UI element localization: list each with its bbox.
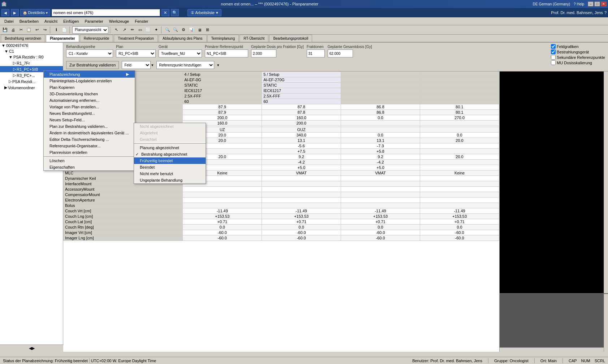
tb-arrow2[interactable]: ↗ [121, 26, 128, 34]
forward-button[interactable]: ▶ [11, 9, 19, 16]
plan-select[interactable]: R1_PC+SIB [116, 49, 156, 57]
sub-nicht-mehr-benutzt[interactable]: Nicht mehr benutzt [134, 170, 206, 177]
dosis-input[interactable] [251, 49, 276, 57]
menu-fenster[interactable]: Fenster [132, 18, 151, 24]
menu-einfuegen[interactable]: Einfügen [60, 18, 82, 24]
tb-copy[interactable]: 📋 [25, 26, 33, 34]
tree-r1-7fr[interactable]: ▷ R1_7Fr [0, 60, 63, 66]
arbeitsliste-button[interactable]: ① Arbeitsliste ▾ [187, 9, 221, 16]
ctx-neues-feld[interactable]: Neues Bestrahlungsfeld... [44, 110, 135, 117]
menu-ansicht[interactable]: Ansicht [42, 18, 60, 24]
fraktionen-input[interactable] [307, 49, 325, 57]
arbeitsliste-label: ① Arbeitsliste [191, 10, 215, 15]
tab-ablaufplanung[interactable]: Ablaufplanung des Plans [159, 35, 207, 42]
minimize-button[interactable]: – [588, 1, 594, 6]
ctx-plan-validieren[interactable]: Plan zur Bestrahlung validieren... [44, 123, 135, 130]
tb-zoom-in[interactable]: 🔍 [164, 26, 171, 34]
sub-bestrahlung-abgezeichnet[interactable]: ✓ Bestrahlung abgezeichnet [134, 151, 206, 157]
tb-info[interactable]: ℹ [53, 26, 60, 34]
sub-beendet[interactable]: Beendet [134, 164, 206, 170]
primaerer-ref-input[interactable] [205, 49, 248, 57]
tb-square[interactable]: ⬜ [145, 26, 152, 34]
tab-treatment-preparation[interactable]: Treatment Preparation [114, 35, 158, 42]
tree-c1[interactable]: ▼ C1 [0, 48, 63, 54]
tree-root[interactable]: ▼ 0002497476 [0, 43, 63, 48]
ctx-3d-dosis[interactable]: 3D-Dosisverteilung löschen [44, 91, 135, 97]
geraet-select[interactable]: TrueBeam_NU [159, 49, 202, 57]
titlebar-title: nomen est omen... – *** (0002497476) - P… [7, 2, 533, 6]
plan-kopieren-label: Plan Kopieren [49, 85, 74, 90]
tab-referenzpunkte[interactable]: Referenzpunkte [80, 35, 113, 42]
feldgrafiken-checkbox[interactable] [551, 44, 556, 49]
tb-cut[interactable]: ✂ [17, 26, 25, 34]
tb-rect[interactable]: ▭ [137, 26, 144, 34]
sekundaere-checkbox[interactable] [551, 55, 556, 60]
tb-undo[interactable]: ↩ [33, 26, 40, 34]
maximize-button[interactable]: □ [594, 1, 600, 6]
tb-monitor[interactable]: 🖥 [196, 26, 203, 34]
col-subheader-id4 [420, 77, 499, 83]
address-bar[interactable]: nomen est omen (476) [52, 9, 160, 16]
tab-bestrahlung-verordnen[interactable]: Bestrahlung verordnen [1, 35, 45, 42]
menu-parameter[interactable]: Parameter [82, 18, 106, 24]
tb-zoom-out[interactable]: 🔍 [172, 26, 179, 34]
tb-grid[interactable]: ⊞ [204, 26, 211, 34]
help-label[interactable]: ? Help [574, 2, 584, 6]
menu-datei[interactable]: Datei [1, 18, 17, 24]
tree-resize-handle[interactable]: ◀▶ [0, 344, 63, 352]
tb-new[interactable]: 📄 [61, 26, 68, 34]
ctx-planintegrity[interactable]: Planintegritats-Logdateien erstellen [44, 78, 135, 84]
ctx-planrevision[interactable]: Planrevision erstellen [44, 149, 135, 156]
tree-psa-rezidiv[interactable]: ▼ PSA Rezidiv : R0 [0, 54, 63, 60]
validate-button[interactable]: Zur Bestrahlung validieren [66, 61, 119, 69]
tab-planparameter[interactable]: Planparameter [46, 35, 79, 42]
ctx-referenzpunkt[interactable]: Referenzpunkt-Organisator... [44, 143, 135, 149]
iec-c3 [341, 88, 420, 94]
tb-arrow[interactable]: ↖ [113, 26, 120, 34]
ctx-editor-delta[interactable]: Editor Delta-Tischverschiebung ... [44, 136, 135, 143]
ref-hinzufuegen-select[interactable]: Referenzpunkt hinzufügen [156, 61, 214, 69]
sub-planung-abgezeichnet[interactable]: Planung abgezeichnet [134, 144, 206, 151]
x2-c4 [420, 149, 499, 154]
tb-sep2 [69, 26, 71, 34]
behandlungsreihe-select[interactable]: C1 - Kurativ [66, 49, 113, 57]
tb-chart[interactable]: 📊 [188, 26, 195, 34]
back-button[interactable]: ◀ [1, 9, 9, 16]
feld-select[interactable]: Feld [122, 61, 151, 69]
tab-terminplanung[interactable]: Terminplanung [207, 35, 239, 42]
help-nav-icon[interactable]: ? [604, 10, 607, 15]
sub-fruehzeitig-beendet[interactable]: Frühzeitig beendet [134, 157, 206, 164]
tb-gear[interactable]: ⚙ [180, 26, 187, 34]
tab-rt-uebersicht[interactable]: RT-Übersicht [240, 35, 268, 42]
ctx-automatisierung[interactable]: Automatisierung entfernen... [44, 97, 135, 104]
tb-save[interactable]: 💾 [1, 26, 9, 34]
imagerlng-c2: -60.0 [262, 235, 341, 241]
ctx-loeschen[interactable]: Löschen [44, 157, 135, 164]
scrollbar-right-top[interactable] [604, 72, 608, 293]
close-button[interactable]: ✕ [601, 1, 607, 6]
row3-c1: 200.0 [183, 115, 262, 121]
ctx-aendern[interactable]: Ändern in dosimetrisch äquivalentes Gerä… [44, 130, 135, 136]
menu-werkzeuge[interactable]: Werkzeuge [106, 18, 132, 24]
tb-print[interactable]: 🖨 [9, 26, 17, 34]
view-selector[interactable]: Planungsansicht [72, 26, 108, 34]
gesamt-dosis-input[interactable] [328, 49, 353, 57]
tb-redo[interactable]: ↪ [41, 26, 48, 34]
ctx-planabzeichnung[interactable]: Planabzeichnung ▶ [44, 71, 135, 78]
search-button[interactable]: 🔍 [171, 9, 179, 16]
home-button[interactable]: 🏠 Direktlinks ▾ [20, 9, 50, 16]
tab-bearbeitungsprotokoll[interactable]: Bearbeitungsprotokoll [269, 35, 312, 42]
ctx-eigenschaften[interactable]: Eigenschaften [44, 164, 135, 170]
close-address-button[interactable]: ✕ [161, 9, 169, 16]
tb-pencil[interactable]: ✏ [129, 26, 136, 34]
mu-dosis-checkbox[interactable] [551, 60, 556, 65]
tb-star[interactable]: ✦ [152, 26, 160, 34]
menu-bearbeiten[interactable]: Bearbeiten [17, 18, 42, 24]
scrollbar-bottom[interactable] [500, 347, 604, 352]
scrollbar-right-bottom[interactable] [604, 294, 608, 352]
ctx-vorlage[interactable]: Vorlage von Plan erstellen... [44, 104, 135, 110]
sub-ungeplante[interactable]: Ungeplante Behandlung [134, 177, 206, 183]
bestrahlungsgeraet-checkbox[interactable] [551, 49, 556, 54]
ctx-plan-kopieren[interactable]: Plan Kopieren [44, 84, 135, 91]
ctx-neues-setup[interactable]: Neues Setup-Feld... [44, 117, 135, 123]
